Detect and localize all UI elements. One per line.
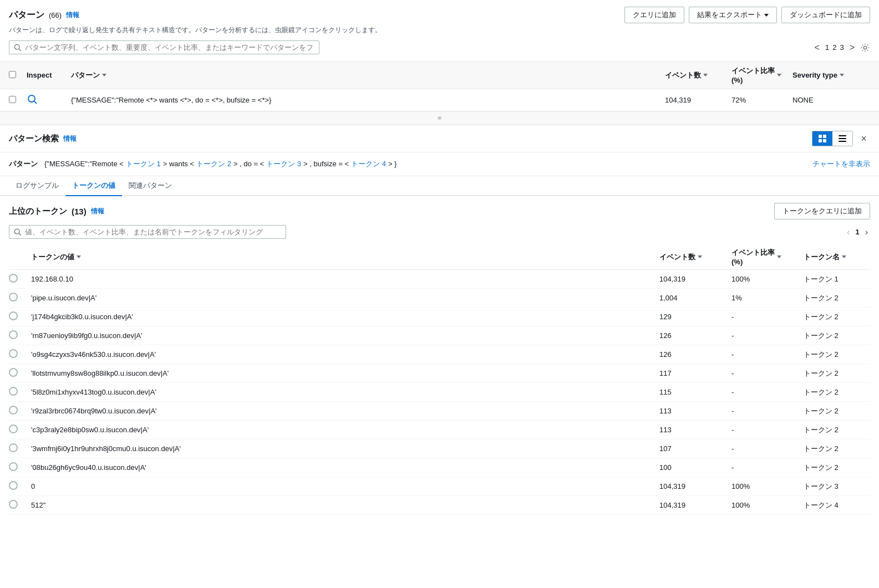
radio-0[interactable] xyxy=(9,274,18,283)
top-section: パターン (66) 情報 クエリに追加 結果をエクスポート ダッシュボードに追加… xyxy=(0,0,879,111)
list-view-icon xyxy=(838,134,847,143)
token-value-cell-12: 512" xyxy=(31,501,659,509)
tab-log-sample[interactable]: ログサンプル xyxy=(9,176,65,196)
token-3-link[interactable]: トークン 3 xyxy=(266,159,301,169)
token-radio-cell-11 xyxy=(9,481,31,492)
th-checkbox xyxy=(9,71,27,80)
pattern-mid3: > , bufsize = < xyxy=(303,160,349,168)
radio-8[interactable] xyxy=(9,425,18,433)
tab-token-values[interactable]: トークンの値 xyxy=(65,176,122,196)
radio-11[interactable] xyxy=(9,481,18,490)
token-name-cell-8: トークン 2 xyxy=(804,425,870,435)
td-event-rate: 72% xyxy=(731,96,792,104)
panel-info-link[interactable]: 情報 xyxy=(63,134,77,144)
sort-token-name-icon xyxy=(842,255,846,258)
th-pattern[interactable]: パターン xyxy=(71,70,665,80)
dashboard-button[interactable]: ダッシュボードに追加 xyxy=(781,7,870,23)
token-events-cell-7: 113 xyxy=(659,407,731,415)
svg-point-12 xyxy=(14,229,19,234)
radio-6[interactable] xyxy=(9,387,18,396)
radio-7[interactable] xyxy=(9,406,18,415)
export-button[interactable]: 結果をエクスポート xyxy=(689,7,777,23)
gear-icon[interactable] xyxy=(860,43,870,53)
token-radio-cell-8 xyxy=(9,425,31,435)
token-value-cell-7: 'r9zal3rbrc0674brq9tw0.u.isucon.dev|A' xyxy=(31,407,659,415)
bottom-panel: パターン検索 情報 xyxy=(0,124,879,521)
sort-token-rate-icon xyxy=(777,255,781,258)
tab-related-patterns[interactable]: 関連パターン xyxy=(122,176,179,196)
token-row: 'o9sg4czyxs3v46nk530.u.isucon.dev|A' 126… xyxy=(9,345,870,364)
token-info-link[interactable]: 情報 xyxy=(91,207,104,216)
sort-token-events-icon xyxy=(698,255,702,258)
token-1-link[interactable]: トークン 1 xyxy=(126,159,161,169)
token-row: '3wmfmj6i0y1hr9uhrxh8j0cmu0.u.isucon.dev… xyxy=(9,439,870,458)
inspect-icon[interactable] xyxy=(27,94,38,105)
pattern-search-input[interactable] xyxy=(25,43,314,52)
token-value-cell-1: 'pipe.u.isucon.dev|A' xyxy=(31,294,659,302)
radio-5[interactable] xyxy=(9,368,18,377)
radio-3[interactable] xyxy=(9,330,18,339)
radio-1[interactable] xyxy=(9,293,18,301)
token-pagination: ‹ 1 › xyxy=(845,227,870,237)
tabs: ログサンプル トークンの値 関連パターン xyxy=(0,176,879,196)
th-token-events[interactable]: イベント数 xyxy=(659,252,731,262)
token-header: 上位のトークン (13) 情報 トークンをクエリに追加 xyxy=(9,203,870,219)
token-radio-cell-7 xyxy=(9,406,31,416)
token-value-cell-11: 0 xyxy=(31,482,659,490)
token-rate-cell-6: - xyxy=(731,388,804,396)
th-token-value[interactable]: トークンの値 xyxy=(31,252,659,262)
token-row: 0 104,319 100% トークン 3 xyxy=(9,477,870,496)
token-radio-cell-5 xyxy=(9,368,31,379)
token-2-link[interactable]: トークン 2 xyxy=(196,159,231,169)
radio-9[interactable] xyxy=(9,443,18,452)
add-token-to-query-button[interactable]: トークンをクエリに追加 xyxy=(774,203,870,219)
svg-rect-11 xyxy=(839,141,846,142)
td-events: 104,319 xyxy=(665,96,731,104)
select-all-checkbox[interactable] xyxy=(9,71,16,78)
svg-rect-10 xyxy=(839,138,846,139)
add-query-button[interactable]: クエリに追加 xyxy=(624,7,684,23)
search-icon xyxy=(14,44,22,52)
top-actions: クエリに追加 結果をエクスポート ダッシュボードに追加 xyxy=(624,7,870,23)
th-severity[interactable]: Severity type xyxy=(792,71,870,79)
td-severity: NONE xyxy=(792,96,870,104)
svg-line-1 xyxy=(19,49,21,51)
token-value-cell-10: '08bu26gh6yc9ou40.u.isucon.dev|A' xyxy=(31,463,659,472)
token-rate-cell-8: - xyxy=(731,426,804,434)
radio-12[interactable] xyxy=(9,500,18,509)
token-search-input[interactable] xyxy=(25,228,281,236)
hide-chart-link[interactable]: チャートを非表示 xyxy=(812,159,870,169)
view-table-button[interactable] xyxy=(812,131,832,146)
next-page-button[interactable]: > xyxy=(847,43,857,53)
svg-rect-8 xyxy=(823,139,826,142)
token-radio-cell-4 xyxy=(9,349,31,360)
radio-2[interactable] xyxy=(9,311,18,320)
token-radio-cell-12 xyxy=(9,500,31,510)
info-link-top[interactable]: 情報 xyxy=(66,11,79,20)
prev-page-button[interactable]: < xyxy=(812,43,822,53)
close-panel-button[interactable]: × xyxy=(857,132,870,146)
token-next-button[interactable]: › xyxy=(863,227,870,237)
table-header: Inspect パターン イベント数 イベント比率 (%) Severity t… xyxy=(0,62,879,89)
th-token-name[interactable]: トークン名 xyxy=(804,252,870,262)
th-event-rate[interactable]: イベント比率 (%) xyxy=(731,66,792,84)
token-prev-button[interactable]: ‹ xyxy=(845,227,852,237)
token-rate-cell-7: - xyxy=(731,407,804,415)
token-events-cell-3: 126 xyxy=(659,331,731,340)
radio-10[interactable] xyxy=(9,462,18,471)
radio-4[interactable] xyxy=(9,349,18,358)
row-checkbox[interactable] xyxy=(9,96,16,103)
resize-divider[interactable]: = xyxy=(0,111,879,124)
token-row: 'r9zal3rbrc0674brq9tw0.u.isucon.dev|A' 1… xyxy=(9,402,870,421)
th-events[interactable]: イベント数 xyxy=(665,70,731,80)
token-4-link[interactable]: トークン 4 xyxy=(351,159,386,169)
token-search-box xyxy=(9,225,286,239)
token-value-cell-0: 192.168.0.10 xyxy=(31,275,659,283)
token-search-icon xyxy=(14,228,22,236)
view-list-button[interactable] xyxy=(832,131,852,146)
token-name-cell-7: トークン 2 xyxy=(804,406,870,416)
token-table-header: トークンの値 イベント数 イベント比率 (%) トークン名 xyxy=(9,244,870,270)
token-section: 上位のトークン (13) 情報 トークンをクエリに追加 ‹ 1 › xyxy=(0,196,879,521)
svg-rect-5 xyxy=(819,135,822,138)
th-token-rate[interactable]: イベント比率 (%) xyxy=(731,248,804,266)
